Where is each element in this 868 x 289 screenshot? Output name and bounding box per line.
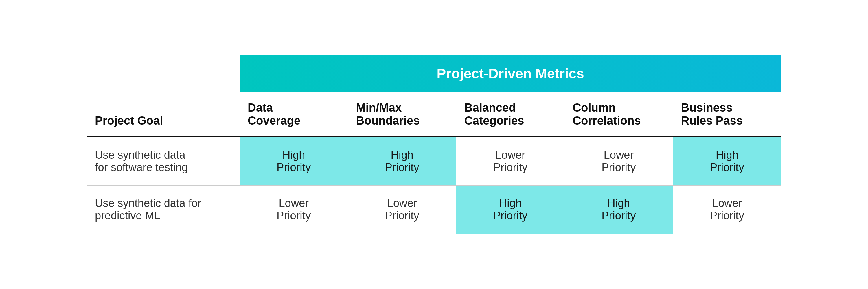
cell-business-1: HighPriority: [673, 137, 781, 185]
column-headers-row: Project Goal DataCoverage Min/MaxBoundar…: [87, 92, 781, 137]
goal-software-testing: Use synthetic datafor software testing: [87, 137, 240, 185]
cell-data-coverage-1: HighPriority: [240, 137, 348, 185]
project-goal-header: Project Goal: [87, 92, 240, 137]
goal-predictive-ml: Use synthetic data forpredictive ML: [87, 185, 240, 234]
business-rules-header: BusinessRules Pass: [673, 92, 781, 137]
priority-table: Project-Driven Metrics Project Goal Data…: [87, 55, 781, 234]
cell-correlations-2: HighPriority: [564, 185, 673, 234]
min-max-header: Min/MaxBoundaries: [348, 92, 456, 137]
column-correlations-header: ColumnCorrelations: [564, 92, 673, 137]
cell-correlations-1: LowerPriority: [564, 137, 673, 185]
balanced-categories-header: BalancedCategories: [456, 92, 564, 137]
empty-header-cell: [87, 55, 240, 92]
cell-min-max-1: HighPriority: [348, 137, 456, 185]
cell-balanced-2: HighPriority: [456, 185, 564, 234]
cell-balanced-1: LowerPriority: [456, 137, 564, 185]
cell-min-max-2: LowerPriority: [348, 185, 456, 234]
cell-business-2: LowerPriority: [673, 185, 781, 234]
table-container: Project-Driven Metrics Project Goal Data…: [87, 55, 781, 234]
table-title: Project-Driven Metrics: [240, 55, 781, 92]
row-software-testing: Use synthetic datafor software testing H…: [87, 137, 781, 185]
header-gradient-row: Project-Driven Metrics: [87, 55, 781, 92]
data-coverage-header: DataCoverage: [240, 92, 348, 137]
table-title-text: Project-Driven Metrics: [245, 66, 775, 81]
row-predictive-ml: Use synthetic data forpredictive ML Lowe…: [87, 185, 781, 234]
cell-data-coverage-2: LowerPriority: [240, 185, 348, 234]
